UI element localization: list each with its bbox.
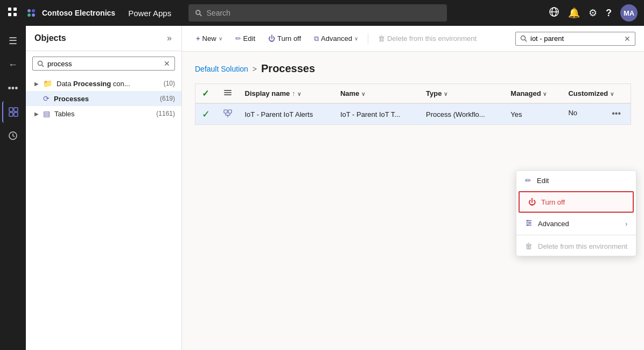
toolbar-search-input[interactable]: iot - parent: [530, 34, 621, 43]
svg-point-6: [27, 13, 31, 17]
search-input[interactable]: [207, 9, 441, 17]
toolbar-divider: [368, 33, 368, 44]
display-name-chevron-icon: ∨: [297, 91, 301, 97]
advanced-button[interactable]: ⧉ Advanced ∨: [309, 31, 363, 46]
avatar[interactable]: MA: [620, 4, 638, 22]
col-header-display-name[interactable]: Display name ↑ ∨: [239, 84, 334, 104]
row-icon-cell: [217, 103, 239, 125]
tree-item-processes[interactable]: ▶ ⟳ Processes (619): [26, 91, 181, 106]
svg-rect-22: [224, 90, 232, 91]
breadcrumb: Default Solution > Processes: [195, 62, 631, 75]
ctx-item-advanced[interactable]: Advanced ›: [516, 214, 636, 234]
nav-actions: 🔔 ⚙ ? MA: [549, 4, 638, 22]
svg-point-5: [32, 9, 35, 12]
sidebar-toggle-btn[interactable]: ☰: [2, 30, 24, 52]
managed-chevron-icon: ∨: [543, 91, 547, 97]
ctx-advanced-label: Advanced: [538, 220, 569, 228]
ctx-divider: [516, 235, 636, 235]
row-managed: Yes: [504, 103, 562, 125]
search-icon: [195, 9, 202, 17]
edit-label: Edit: [243, 34, 255, 43]
objects-header: Objects »: [26, 26, 181, 51]
advanced-chevron-icon: ∨: [354, 36, 358, 41]
svg-line-21: [525, 40, 527, 42]
col-header-check: ✓: [195, 84, 217, 104]
ctx-item-edit[interactable]: ✏ Edit: [516, 171, 636, 190]
row-context-menu-btn[interactable]: •••: [608, 108, 624, 120]
sidebar-item-objects[interactable]: [2, 101, 24, 123]
settings-icon[interactable]: ⚙: [589, 7, 597, 19]
row-type: Process (Workflo...: [419, 103, 504, 125]
grid-icon[interactable]: [6, 6, 18, 20]
objects-search-box[interactable]: process ✕: [32, 57, 175, 71]
global-search-box[interactable]: [188, 4, 447, 22]
ctx-item-turn-off[interactable]: ⏻ Turn off: [519, 191, 634, 213]
toolbar: + New ∨ ✏ Edit ⏻ Turn off ⧉ Advanced ∨ 🗑…: [182, 26, 644, 52]
top-nav: Contoso Electronics Power Apps 🔔 ⚙ ? MA: [0, 0, 644, 26]
list-view-icon[interactable]: [223, 88, 232, 97]
bell-icon[interactable]: 🔔: [568, 7, 580, 19]
advanced-label: Advanced: [321, 34, 352, 43]
col-header-icon: [217, 84, 239, 104]
new-button[interactable]: + New ∨: [191, 31, 228, 46]
collapse-panel-btn[interactable]: »: [166, 32, 173, 44]
ctx-item-delete[interactable]: 🗑 Delete from this environment: [516, 236, 636, 256]
header-check-icon[interactable]: ✓: [202, 89, 209, 98]
col-header-customized[interactable]: Customized ∨: [562, 84, 631, 104]
svg-rect-23: [224, 92, 232, 93]
row-check-cell: ✓: [195, 103, 217, 125]
objects-search-input[interactable]: process: [47, 60, 160, 68]
toolbar-search-close-btn[interactable]: ✕: [624, 34, 631, 43]
tree-item-count: (619): [160, 95, 175, 102]
svg-rect-26: [228, 110, 232, 113]
environment-icon[interactable]: [549, 6, 559, 20]
tree-item-count: (1161): [156, 110, 175, 117]
back-btn[interactable]: ←: [2, 54, 24, 75]
tree-item-label: Data Processing con...: [57, 80, 159, 88]
col-header-type[interactable]: Type ∨: [419, 84, 504, 104]
sidebar-item-ellipsis[interactable]: •••: [2, 78, 24, 99]
table-header-row: ✓ Display name ↑ ∨: [195, 84, 631, 104]
svg-line-19: [42, 65, 44, 67]
table-icon: ▤: [43, 109, 50, 118]
row-customized: No •••: [562, 103, 631, 125]
svg-point-36: [527, 225, 529, 226]
delete-label: Delete from this environment: [387, 34, 477, 43]
new-chevron-icon: ∨: [219, 36, 222, 41]
edit-button[interactable]: ✏ Edit: [230, 31, 261, 46]
toolbar-search-icon: [520, 35, 527, 42]
breadcrumb-parent-link[interactable]: Default Solution: [195, 65, 248, 73]
turn-off-button[interactable]: ⏻ Turn off: [263, 31, 306, 46]
svg-point-8: [196, 10, 200, 15]
tree-item-tables[interactable]: ▶ ▤ Tables (1161): [26, 106, 181, 121]
col-header-managed[interactable]: Managed ∨: [504, 84, 562, 104]
ctx-arrow-icon: ›: [625, 220, 627, 228]
tree-item-data-processing[interactable]: ▶ 📁 Data Processing con... (10): [26, 76, 181, 91]
toolbar-search-box[interactable]: iot - parent ✕: [515, 32, 635, 46]
table-row[interactable]: ✓ IoT - Parent Io: [195, 103, 631, 125]
plus-icon: +: [196, 34, 200, 43]
objects-panel: Objects » process ✕ ▶ 📁 Data Processing …: [26, 26, 182, 350]
breadcrumb-current: Processes: [261, 62, 315, 75]
process-icon: ⟳: [43, 94, 50, 103]
help-icon[interactable]: ?: [606, 8, 612, 19]
svg-rect-1: [13, 8, 17, 11]
sidebar-item-history[interactable]: [2, 125, 24, 146]
expand-arrow-icon: ▶: [34, 81, 39, 87]
row-check-icon: ✓: [202, 109, 210, 120]
app-logo: Contoso Electronics: [25, 6, 115, 19]
name-chevron-icon: ∨: [361, 91, 365, 97]
clear-search-btn[interactable]: ✕: [164, 59, 170, 68]
delete-button[interactable]: 🗑 Delete from this environment: [373, 31, 482, 46]
svg-rect-13: [9, 108, 13, 111]
process-row-icon: [223, 109, 232, 118]
objects-title: Objects: [34, 33, 66, 43]
svg-line-9: [200, 14, 201, 16]
svg-rect-25: [224, 110, 227, 113]
type-chevron-icon: ∨: [444, 91, 447, 97]
col-header-name[interactable]: Name ∨: [334, 84, 419, 104]
row-name: IoT - Parent IoT T...: [334, 103, 419, 125]
svg-point-18: [38, 61, 43, 65]
power-ctx-icon: ⏻: [528, 198, 536, 206]
ctx-delete-label: Delete from this environment: [538, 242, 627, 250]
